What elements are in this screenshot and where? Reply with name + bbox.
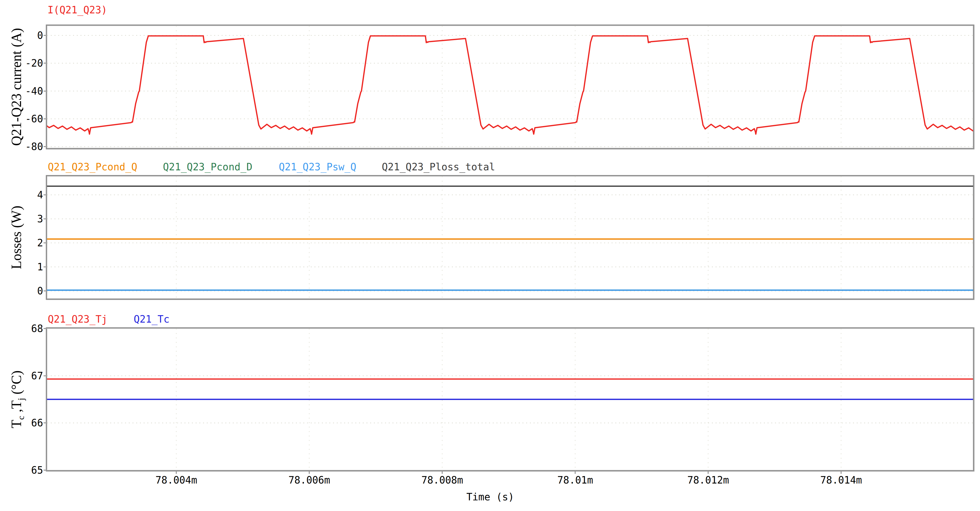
plot-area-temperature <box>47 328 973 470</box>
plot-area-losses <box>47 176 973 299</box>
x-tick-label: 78.014m <box>809 474 873 486</box>
legend-Q21_Q23_Tj: Q21_Q23_Tj <box>48 313 107 325</box>
x-tick-label: 78.012m <box>676 474 740 486</box>
trace-I(Q21_Q23) <box>47 36 973 134</box>
legend-Q21_Q23_Pcond_Q: Q21_Q23_Pcond_Q <box>48 161 137 173</box>
panel-temperature <box>46 327 974 471</box>
y-tick-label: 0 <box>0 29 43 42</box>
y-tick-label: 66 <box>0 416 43 430</box>
y-tick-label: -20 <box>0 56 43 70</box>
x-tick-mark <box>575 471 576 474</box>
y-tick-label: -40 <box>0 84 43 98</box>
y-tick-label: 4 <box>0 188 43 202</box>
y-tick-mark <box>44 194 47 195</box>
panel-current <box>46 24 974 149</box>
x-tick-mark <box>176 471 177 474</box>
y-tick-label: -80 <box>0 140 43 153</box>
y-tick-mark <box>44 242 47 244</box>
y-tick-mark <box>44 470 47 471</box>
x-tick-label: 78.006m <box>277 474 341 486</box>
y-tick-mark <box>44 63 47 64</box>
y-tick-mark <box>44 35 47 36</box>
y-tick-label: 3 <box>0 212 43 226</box>
y-tick-label: 68 <box>0 322 43 335</box>
y-tick-label: 2 <box>0 236 43 250</box>
y-tick-mark <box>44 266 47 267</box>
y-tick-mark <box>44 290 47 291</box>
x-tick-label: 78.01m <box>543 474 607 486</box>
legend-I(Q21_Q23): I(Q21_Q23) <box>48 4 107 16</box>
y-tick-label: 1 <box>0 260 43 274</box>
y-tick-mark <box>44 218 47 220</box>
plot-area-current <box>47 26 973 148</box>
y-tick-label: 0 <box>0 284 43 298</box>
y-tick-mark <box>44 328 47 329</box>
x-axis-label: Time (s) <box>438 491 542 503</box>
y-tick-mark <box>44 146 47 147</box>
y-tick-label: -60 <box>0 112 43 126</box>
x-tick-label: 78.004m <box>144 474 208 486</box>
legend-Q21_Q23_Psw_Q: Q21_Q23_Psw_Q <box>279 161 356 173</box>
waveform-figure: Q21-Q23 current (A) Losses (W) Tc ,Tj (°… <box>0 0 980 511</box>
y-tick-mark <box>44 118 47 119</box>
y-tick-label: 65 <box>0 463 43 477</box>
y-tick-mark <box>44 91 47 92</box>
legend-Q21_Q23_Pcond_D: Q21_Q23_Pcond_D <box>163 161 252 173</box>
y-tick-label: 67 <box>0 369 43 382</box>
panel-losses <box>46 175 974 300</box>
y-tick-mark <box>44 422 47 423</box>
y-tick-mark <box>44 375 47 376</box>
x-tick-label: 78.008m <box>410 474 474 486</box>
legend-Q21_Tc: Q21_Tc <box>134 313 170 325</box>
x-tick-mark <box>708 471 709 474</box>
x-tick-mark <box>841 471 842 474</box>
x-tick-mark <box>442 471 443 474</box>
legend-Q21_Q23_Ploss_total: Q21_Q23_Ploss_total <box>382 161 495 173</box>
x-tick-mark <box>309 471 310 474</box>
y-axis-label-temperature: Tc ,Tj (°C) <box>8 320 24 479</box>
